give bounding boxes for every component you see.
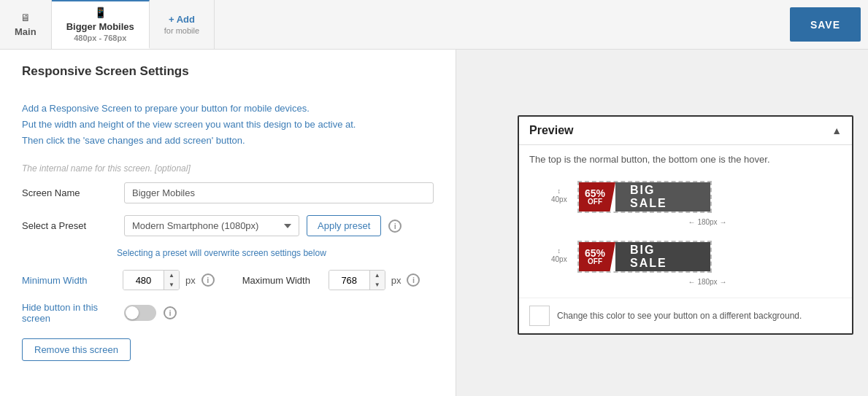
min-width-up[interactable]: ▲ <box>164 271 179 280</box>
apply-preset-button[interactable]: Apply preset <box>307 215 381 236</box>
screen-name-row: Screen Name <box>22 182 434 203</box>
off-badge-hover: 65% OFF <box>579 242 615 271</box>
preview-buttons-container: ↕ 40px 65% OFF BIG SALE ← 180px → <box>519 174 852 292</box>
width-label-hover: ← 180px → <box>577 278 837 286</box>
main-content: Responsive Screen Settings Add a Respons… <box>0 50 868 396</box>
min-width-label: Minimum Width <box>22 275 117 286</box>
select-preset-label: Select a Preset <box>22 220 117 231</box>
sale-text-normal: BIG SALE <box>615 182 710 211</box>
min-width-stepper: ▲ ▼ <box>123 270 180 290</box>
remove-screen-button[interactable]: Remove this screen <box>22 338 131 361</box>
height-label-normal: ↕ 40px <box>551 181 567 210</box>
sale-text-hover: BIG SALE <box>615 242 710 271</box>
off-badge-normal: 65% OFF <box>579 182 615 211</box>
max-width-input[interactable] <box>329 271 369 290</box>
max-width-up[interactable]: ▲ <box>370 271 385 280</box>
max-width-info-icon[interactable]: i <box>407 273 420 287</box>
preview-description: The top is the normal button, the bottom… <box>519 145 852 174</box>
min-width-input[interactable] <box>123 271 164 290</box>
color-swatch[interactable] <box>529 306 550 326</box>
tab-add[interactable]: + Add for mobile <box>150 0 215 49</box>
hide-button-toggle[interactable] <box>124 305 156 321</box>
height-label-hover: ↕ 40px <box>551 241 567 270</box>
normal-button: 65% OFF BIG SALE <box>579 182 710 211</box>
min-width-down[interactable]: ▼ <box>164 280 179 290</box>
normal-button-wrap: ↕ 40px 65% OFF BIG SALE ← 180px → <box>577 181 837 213</box>
color-description: Change this color to see your button on … <box>557 311 802 321</box>
hide-button-label: Hide button in this screen <box>22 302 117 324</box>
screen-name-input[interactable] <box>124 182 434 203</box>
info-text: Add a Responsive Screen to prepare your … <box>22 101 434 149</box>
hover-button-wrap: ↕ 40px 65% OFF BIG SALE ← 180px → <box>577 241 837 273</box>
preview-panel: Preview ▲ The top is the normal button, … <box>518 115 853 335</box>
screen-name-label: Screen Name <box>22 187 117 198</box>
mobile-icon: 📱 <box>94 7 107 18</box>
settings-panel: Responsive Screen Settings Add a Respons… <box>0 50 456 396</box>
preview-title: Preview <box>529 124 573 137</box>
width-row: Minimum Width ▲ ▼ px i Maximum Width ▲ ▼… <box>22 270 434 290</box>
tab-main[interactable]: 🖥 Main <box>0 0 52 49</box>
normal-button-dashed-box: 65% OFF BIG SALE <box>577 181 712 213</box>
width-label-normal: ← 180px → <box>577 218 837 226</box>
max-width-down[interactable]: ▼ <box>370 280 385 290</box>
min-width-info-icon[interactable]: i <box>201 273 215 287</box>
color-picker-row: Change this color to see your button on … <box>519 298 852 333</box>
max-width-unit: px <box>391 275 402 286</box>
hover-button: 65% OFF BIG SALE <box>579 242 710 271</box>
preview-collapse-icon[interactable]: ▲ <box>831 125 842 136</box>
hover-button-dashed-box: 65% OFF BIG SALE <box>577 241 712 273</box>
min-width-unit: px <box>185 275 196 286</box>
max-width-label: Maximum Width <box>242 275 323 286</box>
preset-info-icon[interactable]: i <box>388 220 402 233</box>
preset-select[interactable]: Modern Smartphone (1080px) <box>124 215 299 236</box>
save-button[interactable]: SAVE <box>790 7 861 42</box>
max-width-stepper: ▲ ▼ <box>329 270 385 290</box>
hide-button-row: Hide button in this screen i <box>22 302 434 324</box>
optional-note: The internal name for this screen. [opti… <box>22 163 434 174</box>
hide-button-info-icon[interactable]: i <box>164 306 177 319</box>
page-title: Responsive Screen Settings <box>22 64 434 86</box>
preview-header: Preview ▲ <box>519 117 852 145</box>
tab-bigger-mobiles[interactable]: 📱 Bigger Mobiles 480px - 768px <box>52 0 150 49</box>
desktop-icon: 🖥 <box>20 12 31 23</box>
select-preset-row: Select a Preset Modern Smartphone (1080p… <box>22 215 434 236</box>
top-bar: 🖥 Main 📱 Bigger Mobiles 480px - 768px + … <box>0 0 868 50</box>
preset-note: Selecting a preset will overwrite screen… <box>117 248 434 258</box>
